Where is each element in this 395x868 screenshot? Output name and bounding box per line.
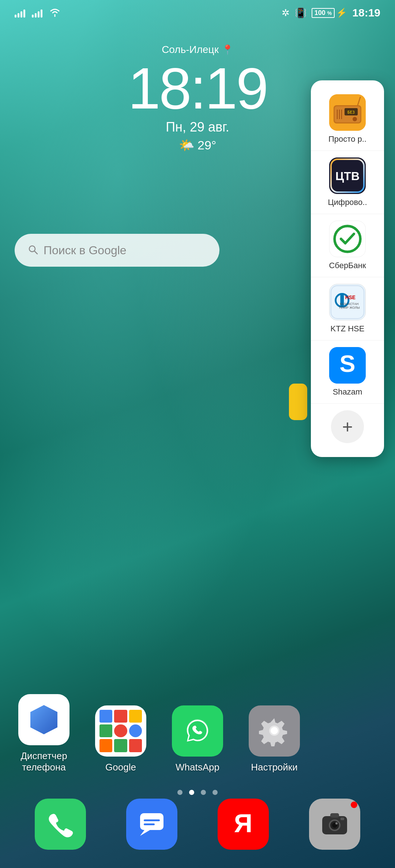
ctv-app-label: Цифрово.. xyxy=(328,198,367,207)
svg-text:БЕЗ: БЕЗ xyxy=(347,110,355,115)
bar4 xyxy=(41,9,42,18)
phone-dock-icon xyxy=(35,799,86,850)
bar4 xyxy=(23,9,25,18)
page-dot-1[interactable] xyxy=(177,790,183,795)
temperature: 29° xyxy=(198,138,216,152)
g-green xyxy=(99,724,112,737)
dock-phone[interactable] xyxy=(35,799,86,850)
status-bar: ✲ 📳 100 % ⚡ 18:19 xyxy=(0,0,395,26)
shazam-app-label: Shazam xyxy=(333,387,362,397)
svg-text:S: S xyxy=(339,350,355,377)
shazam-app-icon: S xyxy=(329,347,366,384)
bar1 xyxy=(15,15,16,18)
yandex-dock-icon: Я xyxy=(218,799,269,850)
panel-item-ctv[interactable]: ЦТВ Цифрово.. xyxy=(311,151,384,214)
bar2 xyxy=(35,13,37,18)
svg-text:КАЗАХСТАН: КАЗАХСТАН xyxy=(340,302,358,306)
wifi-icon xyxy=(49,7,61,19)
bluetooth-icon: ✲ xyxy=(282,7,290,19)
whatsapp-label: WhatsApp xyxy=(176,762,219,773)
vibrate-icon: 📳 xyxy=(295,7,306,19)
sber-app-label: СберБанк xyxy=(329,261,366,270)
location-row: Соль-Илецк 📍 xyxy=(0,44,395,56)
app-whatsapp[interactable]: WhatsApp xyxy=(168,705,227,773)
signal-strength-2 xyxy=(32,8,42,18)
bar1 xyxy=(32,15,34,18)
panel-item-sber[interactable]: СберБанк xyxy=(311,214,384,277)
weather-icon: 🌤️ xyxy=(179,138,194,152)
panel-item-radio[interactable]: БЕЗ Просто р.. xyxy=(311,88,384,151)
g-meet xyxy=(129,724,142,737)
g-yt xyxy=(129,739,142,752)
search-bar[interactable]: Поиск в Google xyxy=(15,234,219,267)
svg-text:Я: Я xyxy=(234,810,252,838)
phone-manager-label: Диспетчер телефона xyxy=(15,750,73,773)
camera-red-dot xyxy=(351,802,357,808)
svg-text:ТЕМІР ЖОЛЫ: ТЕМІР ЖОЛЫ xyxy=(339,306,360,309)
panel-item-shazam[interactable]: S Shazam xyxy=(311,340,384,404)
bar3 xyxy=(38,11,40,18)
page-dot-3[interactable] xyxy=(201,790,206,795)
bottom-dock: Я xyxy=(0,799,395,850)
svg-rect-16 xyxy=(330,813,339,818)
status-right: ✲ 📳 100 % ⚡ 18:19 xyxy=(282,7,380,19)
sber-app-icon xyxy=(329,221,366,257)
dock-camera[interactable] xyxy=(309,799,360,850)
g-red xyxy=(114,710,127,723)
status-time: 18:19 xyxy=(352,7,380,19)
svg-text:ЦТВ: ЦТВ xyxy=(335,170,360,183)
location-pin-icon: 📍 xyxy=(222,44,233,56)
search-placeholder: Поиск в Google xyxy=(44,244,127,257)
svg-rect-6 xyxy=(140,813,163,830)
ktz-app-label: KTZ HSE xyxy=(331,324,365,334)
svg-text:HSE: HSE xyxy=(345,295,356,300)
messages-dock-icon xyxy=(126,799,177,850)
g-yellow xyxy=(129,710,142,723)
battery-icon: 100 % ⚡ xyxy=(312,8,347,18)
panel-item-ktz[interactable]: HSE КАЗАХСТАН ТЕМІР ЖОЛЫ KTZ HSE xyxy=(311,277,384,340)
app-google[interactable]: Google xyxy=(91,705,150,773)
bar2 xyxy=(18,13,19,18)
g-maps xyxy=(114,724,127,737)
svg-rect-9 xyxy=(144,823,155,825)
ctv-app-icon: ЦТВ xyxy=(329,157,366,194)
page-indicators xyxy=(0,790,395,795)
signal-strength-1 xyxy=(15,8,25,18)
yellow-widget xyxy=(289,384,307,420)
dock-messages[interactable] xyxy=(126,799,177,850)
status-left xyxy=(15,7,61,19)
whatsapp-icon xyxy=(172,705,223,757)
side-panel: БЕЗ Просто р.. xyxy=(311,80,384,457)
panel-item-add[interactable]: + xyxy=(311,404,384,450)
page-dot-2[interactable] xyxy=(189,790,194,795)
svg-rect-17 xyxy=(341,818,344,820)
svg-rect-8 xyxy=(144,819,160,821)
location-text: Соль-Илецк xyxy=(162,44,219,56)
g-play xyxy=(114,739,127,752)
ktz-app-icon: HSE КАЗАХСТАН ТЕМІР ЖОЛЫ xyxy=(329,284,366,320)
app-settings[interactable]: Настройки xyxy=(245,705,304,773)
radio-app-label: Просто р.. xyxy=(328,134,366,144)
page-dot-4[interactable] xyxy=(212,790,218,795)
g-photos xyxy=(99,739,112,752)
svg-point-15 xyxy=(335,822,338,825)
dock-yandex[interactable]: Я xyxy=(218,799,269,850)
svg-point-26 xyxy=(353,117,357,121)
camera-dock-icon xyxy=(309,799,360,850)
add-app-icon[interactable]: + xyxy=(331,410,364,443)
search-icon xyxy=(27,244,38,256)
google-icon xyxy=(95,705,146,757)
settings-label: Настройки xyxy=(251,762,298,773)
google-label: Google xyxy=(105,762,136,773)
radio-app-icon: БЕЗ xyxy=(329,94,366,131)
desktop-apps: Диспетчер телефона Google WhatsApp xyxy=(15,694,304,773)
svg-marker-2 xyxy=(30,705,57,734)
app-phone-manager[interactable]: Диспетчер телефона xyxy=(15,694,73,773)
bar3 xyxy=(20,11,22,18)
settings-icon xyxy=(249,705,300,757)
phone-manager-icon xyxy=(18,694,69,745)
g-blue xyxy=(99,710,112,723)
svg-line-1 xyxy=(34,251,37,254)
plus-icon: + xyxy=(342,416,353,437)
svg-marker-7 xyxy=(140,830,150,836)
